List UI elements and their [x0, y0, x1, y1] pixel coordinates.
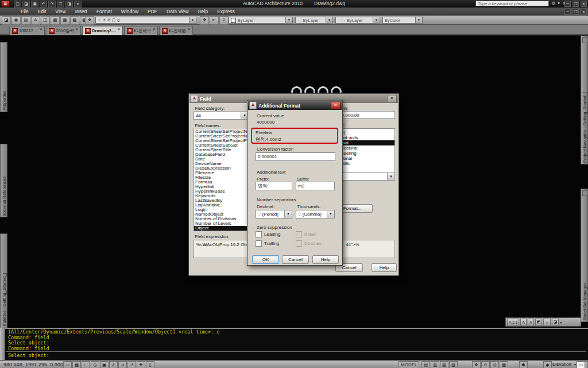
show-motion-icon[interactable]: ▦ [500, 361, 508, 368]
zoom-icon[interactable]: ⊙ [481, 361, 490, 368]
palette-strip-external-references[interactable]: External References [0, 144, 7, 217]
display-ss-icon[interactable]: ▦ [70, 16, 79, 25]
tab-close-icon[interactable]: ✕ [75, 27, 78, 31]
command-input-line[interactable]: Select object: [8, 353, 49, 359]
restore-button[interactable]: ❐ [572, 1, 579, 7]
close-button[interactable]: ✕ [581, 1, 587, 7]
chevron-down-icon[interactable]: ▼ [327, 210, 334, 218]
palette-strip-project-navigator[interactable]: Project Navigator - Getting_Started_] [581, 36, 588, 164]
layout-space-icon[interactable]: ▥ [431, 361, 439, 368]
display-dcl-icon[interactable]: ▦ [51, 16, 60, 25]
menu-item[interactable]: Data View [162, 7, 194, 16]
trailing-checkbox[interactable] [256, 240, 262, 247]
chevron-down-icon[interactable]: ▼ [285, 17, 292, 23]
chevron-down-icon[interactable]: ▼ [415, 17, 422, 23]
field-close-icon[interactable]: ✕ [387, 95, 397, 102]
af-dialog-titlebar[interactable]: A Additional Format ✕ [248, 101, 342, 110]
field-help-button[interactable]: Help [372, 263, 397, 272]
layer-previous-icon[interactable]: ⇤ [210, 16, 219, 25]
suffix-input[interactable]: m2 [296, 182, 335, 190]
minimize-button[interactable]: ─ [564, 1, 571, 7]
chevron-down-icon[interactable]: ▼ [373, 17, 380, 23]
snap-icon[interactable]: ▭ [63, 361, 72, 368]
palette-strip-properties[interactable]: Properties [0, 42, 7, 112]
drawing-tab[interactable]: A Drawing2.... ✕ [82, 26, 123, 35]
menu-item[interactable]: Edit [33, 7, 51, 16]
layer-states-icon[interactable]: ≡ [219, 16, 229, 25]
otrack-icon[interactable]: ∠ [109, 361, 118, 368]
model-space-icon[interactable]: ▤ [421, 361, 430, 368]
clean-screen-icon[interactable]: ▭ [577, 361, 585, 368]
af-cancel-button[interactable]: Cancel [282, 255, 309, 264]
lineweight-dropdown[interactable]: —— ByLayer ▼ [335, 17, 380, 24]
doc-restore-button[interactable]: ❐ [572, 9, 579, 15]
doc-minimize-button[interactable]: ─ [564, 9, 571, 15]
statusbar-menu-icon[interactable]: ▾ [574, 361, 576, 368]
tab-close-icon[interactable]: ✕ [39, 27, 42, 31]
menu-item[interactable]: Window [117, 7, 143, 16]
quickview-drawings-icon[interactable]: ▨ [449, 361, 458, 368]
grid-icon[interactable]: ▦ [72, 361, 81, 368]
color-dropdown[interactable]: ByLayer ▼ [229, 17, 293, 24]
menu-item[interactable]: Express [212, 7, 239, 16]
pan-icon[interactable]: ✥ [472, 361, 481, 368]
osnap-icon[interactable]: ▣ [100, 361, 109, 368]
ducs-icon[interactable]: ⊿ [118, 361, 127, 368]
ortho-icon[interactable]: ∟ [82, 361, 90, 368]
tab-close-icon[interactable]: ✕ [187, 27, 190, 31]
application-menu-icon[interactable]: A [1, 1, 10, 7]
infocenter-search-input[interactable]: Type a keyword or phrase [475, 1, 549, 6]
communication-center-icon[interactable]: ✦ [557, 1, 561, 6]
display-dbx-icon[interactable]: ▦ [60, 16, 69, 25]
content-browser-icon[interactable]: ◉ [11, 16, 21, 25]
toolbar-more-icon[interactable]: ▾ [560, 320, 562, 324]
drawing-tab[interactable]: A K-전체구 ✕ [124, 26, 158, 35]
menu-item[interactable]: PDF [143, 7, 162, 16]
annotation-autoscale-icon[interactable]: Λ [528, 319, 534, 326]
palette-strip-sheet-set-manager[interactable]: Sheet Set Manager [581, 189, 588, 322]
linetype-dropdown[interactable]: — ByLayer ▼ [295, 17, 333, 24]
annotation-visibility-icon[interactable]: Λ [520, 319, 527, 326]
thousands-dropdown[interactable]: ',' (Comma) ▼ [296, 210, 335, 218]
layer-dropdown[interactable]: ☼☀⊘▢ 0 ▼ [95, 17, 196, 24]
chevron-down-icon[interactable]: ▼ [189, 17, 196, 23]
drawing-tab[interactable]: A K-전체평 ✕ [159, 26, 193, 35]
search-icon[interactable]: ⊚ [551, 1, 555, 6]
qp-icon[interactable]: ▯ [146, 361, 154, 368]
menu-item[interactable]: View [51, 7, 70, 16]
steering-wheel-icon[interactable]: ◎ [490, 361, 499, 368]
annotation-settings-icon[interactable]: ◪ [552, 319, 559, 326]
model-button[interactable]: MODEL [399, 361, 419, 368]
drawing-tab[interactable]: A 100217 ... ✕ [9, 26, 45, 35]
leading-checkbox[interactable] [256, 231, 262, 237]
chevron-down-icon[interactable]: ▼ [326, 17, 332, 23]
quickview-layouts-icon[interactable]: ▧ [440, 361, 448, 368]
style-manager-icon[interactable]: ◫ [41, 16, 50, 25]
open-drawing-icon[interactable]: ◪ [2, 16, 11, 25]
annotation-scale-button[interactable]: Λ 1:1 [507, 319, 519, 326]
drawing-tab[interactable]: A 2010달력 ✕ [46, 26, 81, 35]
af-help-button[interactable]: Help [312, 255, 339, 264]
field-category-dropdown[interactable]: All ▼ [194, 112, 249, 120]
menu-item[interactable]: Insert [71, 7, 92, 16]
layer-properties-icon[interactable]: ❖ [200, 16, 209, 25]
menu-item[interactable]: Help [194, 7, 212, 16]
dyn-icon[interactable]: ↗ [127, 361, 136, 368]
tab-close-icon[interactable]: ✕ [152, 27, 155, 31]
lwt-icon[interactable]: ✚ [137, 361, 145, 368]
layer-manager-icon[interactable]: ❖ [85, 16, 94, 25]
doc-close-button[interactable]: ✕ [581, 9, 587, 15]
annotation-bulb-icon[interactable]: ☼ [543, 319, 550, 326]
command-window-grip[interactable] [0, 328, 5, 360]
menu-item[interactable]: File [16, 7, 33, 16]
conversion-factor-input[interactable]: 0.000001 [256, 152, 335, 161]
palette-strip-tool-palettes[interactable]: Tool Palettes - Getting_Started_] [0, 233, 7, 337]
plotstyle-dropdown[interactable]: ByColor ▼ [382, 17, 423, 24]
chevron-down-icon[interactable]: ▼ [387, 173, 394, 180]
tab-close-icon[interactable]: ✕ [117, 27, 120, 31]
af-ok-button[interactable]: OK [252, 255, 279, 264]
lock-icon[interactable]: ◆ [543, 361, 552, 368]
prefix-input[interactable]: 면적: [256, 182, 292, 190]
annotation-sync-icon[interactable]: ◩ [535, 319, 543, 326]
tool-palettes-icon[interactable]: ▤ [21, 16, 30, 25]
